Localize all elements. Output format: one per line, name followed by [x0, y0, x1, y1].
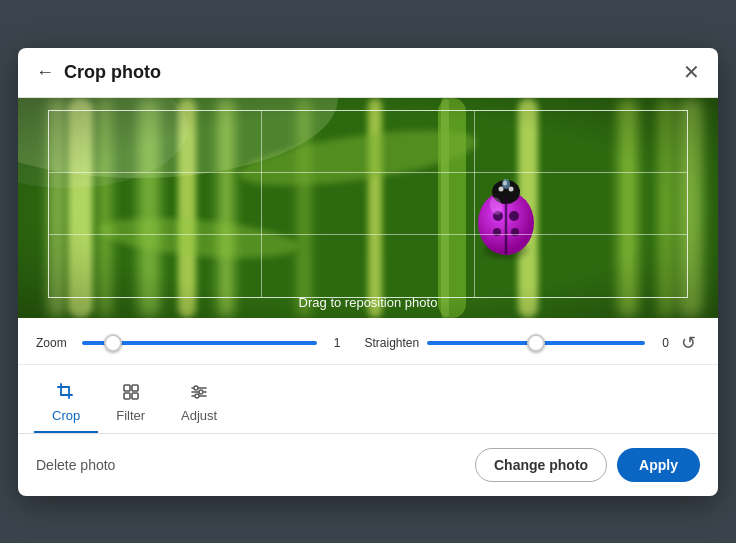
slider-row: Zoom 1 Straighten 0 ↺ [36, 332, 700, 354]
straighten-label: Straighten [365, 336, 420, 350]
zoom-label: Zoom [36, 336, 74, 350]
header-left: ← Crop photo [36, 62, 161, 83]
image-area[interactable]: Drag to reposition photo [18, 98, 718, 318]
modal: ← Crop photo ✕ [18, 48, 718, 496]
zoom-value: 1 [325, 336, 341, 350]
tab-adjust[interactable]: Adjust [163, 375, 235, 433]
tab-filter-label: Filter [116, 408, 145, 423]
back-button[interactable]: ← [36, 63, 54, 81]
svg-rect-36 [132, 393, 138, 399]
modal-header: ← Crop photo ✕ [18, 48, 718, 98]
controls-area: Zoom 1 Straighten 0 ↺ [18, 318, 718, 365]
zoom-group: Zoom 1 [36, 336, 341, 350]
straighten-group: Straighten 0 [365, 336, 670, 350]
svg-rect-33 [124, 385, 130, 391]
svg-rect-35 [124, 393, 130, 399]
svg-point-42 [195, 394, 199, 398]
tab-adjust-label: Adjust [181, 408, 217, 423]
svg-point-40 [194, 386, 198, 390]
apply-button[interactable]: Apply [617, 448, 700, 482]
footer-right: Change photo Apply [475, 448, 700, 482]
straighten-value: 0 [653, 336, 669, 350]
close-button[interactable]: ✕ [683, 62, 700, 82]
svg-point-41 [199, 390, 203, 394]
delete-photo-button[interactable]: Delete photo [36, 457, 115, 473]
tab-filter[interactable]: Filter [98, 375, 163, 433]
straighten-slider[interactable] [427, 341, 645, 345]
modal-footer: Delete photo Change photo Apply [18, 433, 718, 496]
tab-crop-label: Crop [52, 408, 80, 423]
crop-icon [57, 383, 75, 404]
tab-crop[interactable]: Crop [34, 375, 98, 433]
svg-rect-32 [18, 98, 718, 318]
zoom-slider[interactable] [82, 341, 317, 345]
tabs: Crop Filter [18, 365, 718, 433]
svg-rect-34 [132, 385, 138, 391]
adjust-icon [190, 383, 208, 404]
reset-button[interactable]: ↺ [677, 332, 700, 354]
photo-canvas [18, 98, 718, 318]
change-photo-button[interactable]: Change photo [475, 448, 607, 482]
filter-icon [122, 383, 140, 404]
modal-title: Crop photo [64, 62, 161, 83]
